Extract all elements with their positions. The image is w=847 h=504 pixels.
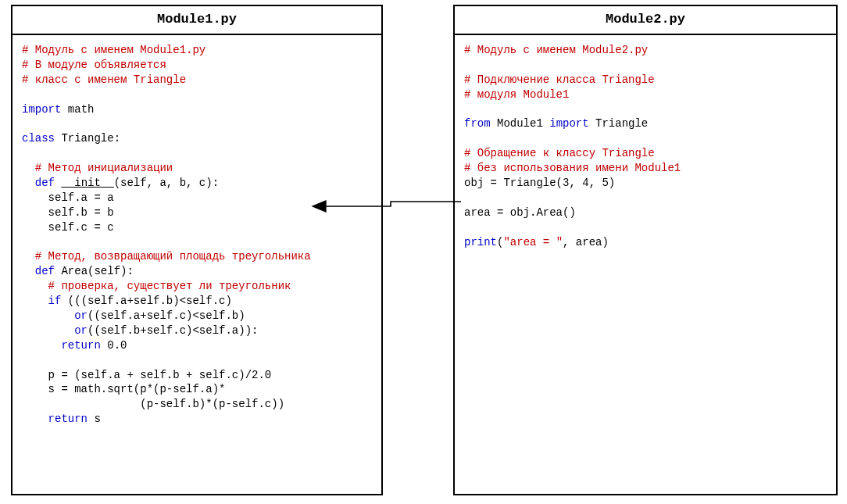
reference-arrow [0,0,847,504]
diagram-canvas: Module1.py # Модуль с именем Module1.py … [0,0,847,504]
